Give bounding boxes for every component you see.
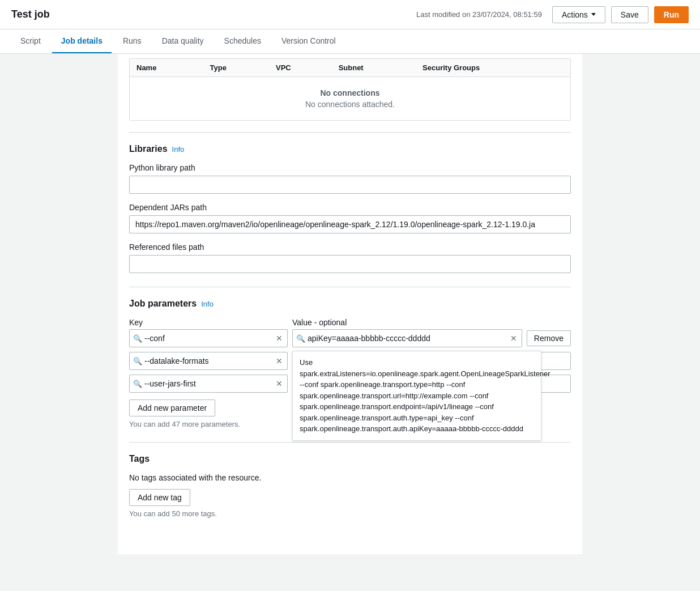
param-value-col-0: 🔍 ✕ Use spark.extraListeners=io.openline…: [292, 329, 522, 347]
page-wrapper: Name Type VPC Subnet Security Groups No …: [0, 54, 700, 591]
col-security-groups: Security Groups: [416, 59, 570, 77]
param-key-0: 🔍 ✕: [129, 329, 288, 347]
no-tags-text: No tags associated with the resource.: [129, 473, 571, 482]
param-tooltip-0: Use spark.extraListeners=io.openlineage.…: [292, 351, 541, 441]
connections-section: Name Type VPC Subnet Security Groups No …: [129, 54, 571, 121]
last-modified-text: Last modified on 23/07/2024, 08:51:59: [416, 10, 542, 19]
no-connections-title: No connections: [141, 88, 559, 97]
job-parameters-title: Job parameters: [129, 299, 197, 309]
save-button[interactable]: Save: [611, 6, 648, 23]
search-icon-2: 🔍: [133, 380, 142, 388]
col-name: Name: [130, 59, 203, 77]
param-key-clear-2[interactable]: ✕: [275, 380, 284, 388]
param-value-input-0[interactable]: [308, 334, 509, 343]
no-connections: No connections No connections attached.: [130, 77, 570, 120]
referenced-files-path-field: Referenced files path: [129, 243, 571, 273]
param-key-input-1[interactable]: [144, 356, 275, 365]
search-icon-1: 🔍: [133, 357, 142, 365]
page-title: Test job: [11, 8, 50, 20]
libraries-title: Libraries: [129, 144, 168, 154]
add-new-tag-button[interactable]: Add new tag: [129, 489, 190, 506]
param-key-input-wrapper-0: 🔍 ✕: [129, 329, 288, 347]
divider-2: [129, 287, 571, 287]
param-key-input-2[interactable]: [144, 379, 275, 388]
tags-section: Tags No tags associated with the resourc…: [129, 454, 571, 518]
add-new-parameter-button[interactable]: Add new parameter: [129, 399, 215, 416]
python-library-path-field: Python library path: [129, 163, 571, 194]
libraries-info-link[interactable]: Info: [172, 145, 185, 154]
tabs-bar: Script Job details Runs Data quality Sch…: [0, 29, 700, 54]
actions-button[interactable]: Actions: [552, 6, 605, 23]
params-header-row: Key Value - optional: [129, 318, 571, 327]
dependent-jars-path-label: Dependent JARs path: [129, 203, 571, 212]
divider-3: [129, 442, 571, 443]
col-type: Type: [203, 59, 269, 77]
header: Test job Last modified on 23/07/2024, 08…: [0, 0, 700, 29]
libraries-section: Libraries Info Python library path Depen…: [129, 144, 571, 273]
tab-runs[interactable]: Runs: [114, 29, 151, 53]
search-icon-0: 🔍: [133, 334, 142, 343]
tab-schedules[interactable]: Schedules: [215, 29, 270, 53]
param-value-input-wrapper-0: 🔍 ✕: [292, 329, 522, 347]
dependent-jars-path-input[interactable]: [129, 215, 571, 233]
param-key-input-wrapper-2: 🔍 ✕: [129, 375, 288, 393]
python-library-path-input[interactable]: [129, 176, 571, 194]
param-key-input-0[interactable]: [144, 334, 275, 343]
job-parameters-section: Job parameters Info Key Value - optional…: [129, 299, 571, 428]
tags-helper-text: You can add 50 more tags.: [129, 509, 571, 518]
param-key-clear-0[interactable]: ✕: [275, 334, 284, 342]
libraries-section-header: Libraries Info: [129, 144, 571, 154]
param-key-clear-1[interactable]: ✕: [275, 357, 284, 365]
remove-param-0[interactable]: Remove: [527, 330, 571, 346]
save-label: Save: [621, 10, 639, 19]
referenced-files-path-label: Referenced files path: [129, 243, 571, 252]
no-connections-message: No connections attached.: [141, 100, 559, 109]
job-parameters-info-link[interactable]: Info: [201, 300, 214, 308]
connections-table: Name Type VPC Subnet Security Groups No …: [129, 58, 571, 121]
tags-title: Tags: [129, 454, 150, 464]
run-button[interactable]: Run: [654, 6, 689, 23]
dependent-jars-path-field: Dependent JARs path: [129, 203, 571, 233]
job-parameters-section-header: Job parameters Info: [129, 299, 571, 309]
page-inner: Name Type VPC Subnet Security Groups No …: [118, 54, 582, 554]
col-subnet: Subnet: [332, 59, 416, 77]
python-library-path-label: Python library path: [129, 163, 571, 172]
param-value-clear-0[interactable]: ✕: [509, 334, 518, 342]
value-col-label: Value - optional: [292, 318, 571, 327]
tab-data-quality[interactable]: Data quality: [153, 29, 213, 53]
actions-label: Actions: [562, 10, 588, 19]
tags-section-header: Tags: [129, 454, 571, 464]
tab-version-control[interactable]: Version Control: [272, 29, 345, 53]
key-col-label: Key: [129, 318, 288, 327]
search-icon-value-0: 🔍: [296, 334, 305, 343]
param-key-input-wrapper-1: 🔍 ✕: [129, 352, 288, 370]
header-left: Test job: [11, 8, 50, 20]
col-vpc: VPC: [269, 59, 332, 77]
param-key-1: 🔍 ✕: [129, 352, 288, 370]
param-key-2: 🔍 ✕: [129, 375, 288, 393]
tab-job-details[interactable]: Job details: [52, 29, 112, 53]
referenced-files-path-input[interactable]: [129, 255, 571, 273]
param-row-0: 🔍 ✕ 🔍 ✕ Use spark.extraListeners=io.open…: [129, 329, 571, 347]
chevron-down-icon: [591, 13, 596, 16]
divider-1: [129, 132, 571, 133]
tab-script[interactable]: Script: [11, 29, 50, 53]
header-right: Last modified on 23/07/2024, 08:51:59 Ac…: [416, 6, 689, 23]
run-label: Run: [664, 10, 679, 19]
